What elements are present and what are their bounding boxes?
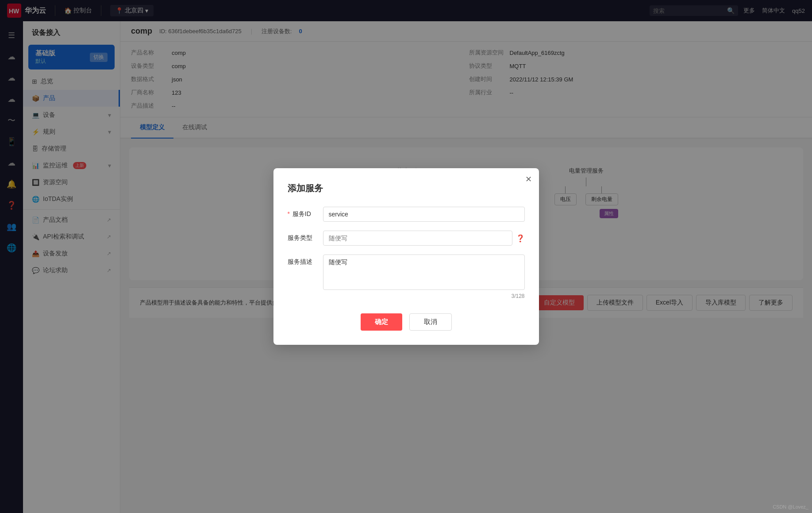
service-id-input[interactable]	[323, 207, 525, 222]
char-count: 3/128	[323, 293, 525, 299]
service-type-label: 服务类型	[288, 231, 323, 242]
service-desc-textarea[interactable]: 随便写	[323, 255, 525, 290]
service-id-control	[323, 207, 525, 222]
service-id-label-text: 服务ID	[292, 210, 311, 217]
modal-title: 添加服务	[288, 182, 525, 194]
modal-actions: 确定 取消	[288, 313, 525, 331]
service-type-control: ❓	[323, 231, 525, 246]
service-type-row: ❓	[323, 231, 525, 246]
service-id-label: * 服务ID	[288, 207, 323, 218]
modal-overlay: 添加服务 ✕ * 服务ID 服务类型 ❓	[0, 0, 812, 513]
service-desc-control: 随便写 3/128	[323, 255, 525, 299]
service-type-input[interactable]	[323, 231, 512, 246]
service-desc-label: 服务描述	[288, 255, 323, 266]
confirm-button[interactable]: 确定	[361, 313, 402, 331]
required-star: *	[288, 210, 290, 217]
service-type-help-icon[interactable]: ❓	[516, 234, 525, 243]
service-desc-label-text: 服务描述	[288, 258, 312, 265]
cancel-button[interactable]: 取消	[409, 313, 452, 331]
watermark: CSDN @Lovez_	[773, 504, 808, 509]
add-service-modal: 添加服务 ✕ * 服务ID 服务类型 ❓	[273, 168, 539, 345]
form-item-service-type: 服务类型 ❓	[288, 231, 525, 246]
service-type-label-text: 服务类型	[288, 234, 312, 241]
form-item-service-desc: 服务描述 随便写 3/128	[288, 255, 525, 299]
modal-close-button[interactable]: ✕	[525, 175, 532, 183]
form-item-service-id: * 服务ID	[288, 207, 525, 222]
